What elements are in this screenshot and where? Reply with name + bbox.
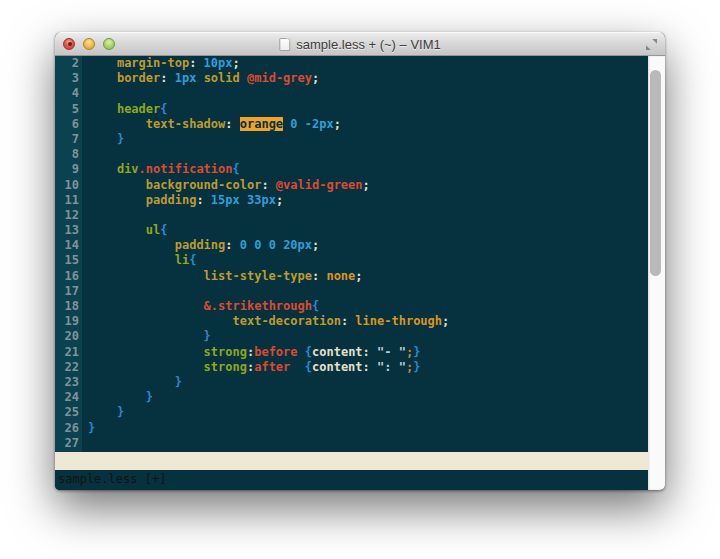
search-highlight: orange xyxy=(240,117,283,131)
code-token xyxy=(88,360,204,374)
code-token xyxy=(88,117,146,131)
code-token xyxy=(88,314,233,328)
code-token: { xyxy=(189,253,196,267)
code-token xyxy=(88,56,117,70)
code-line-14: 14 padding: 0 0 0 20px; xyxy=(55,238,648,253)
titlebar[interactable]: sample.less + (~) – VIM1 xyxy=(55,32,665,56)
line-number: 13 xyxy=(55,223,79,238)
code-token xyxy=(88,71,117,85)
line-number: 21 xyxy=(55,345,79,360)
line-number: 17 xyxy=(55,284,79,299)
line-number: 18 xyxy=(55,299,79,314)
code-token: @valid-green xyxy=(276,178,363,192)
code-text xyxy=(79,147,88,162)
code-token: & xyxy=(204,299,211,313)
code-token xyxy=(88,132,117,146)
line-number: 14 xyxy=(55,238,79,253)
code-token: 20px xyxy=(283,238,312,252)
code-token xyxy=(298,117,305,131)
code-text: ul{ xyxy=(79,223,167,238)
line-number: 20 xyxy=(55,329,79,344)
code-token: } xyxy=(204,329,211,343)
line-number: 25 xyxy=(55,405,79,420)
line-number: 19 xyxy=(55,314,79,329)
code-line-27: 27 xyxy=(55,436,648,451)
code-text: margin-top: 10px; xyxy=(79,56,240,71)
code-token xyxy=(240,71,247,85)
code-token: solid xyxy=(204,71,240,85)
close-button[interactable] xyxy=(63,38,75,50)
modified-dot-icon xyxy=(68,42,72,46)
code-text: } xyxy=(79,132,124,147)
code-token xyxy=(88,102,117,116)
code-token: 1px xyxy=(175,71,197,85)
code-token: line-through xyxy=(355,314,442,328)
code-token xyxy=(88,253,175,267)
code-token: { xyxy=(160,102,167,116)
code-text: strong:before {content: "- ";} xyxy=(79,345,420,360)
code-text: text-decoration: line-through; xyxy=(79,314,449,329)
code-token: background-color xyxy=(146,178,262,192)
zoom-button[interactable] xyxy=(103,38,115,50)
code-token: } xyxy=(117,132,124,146)
code-token: -2px xyxy=(305,117,334,131)
code-token: text-shadow xyxy=(146,117,225,131)
code-line-3: 3 border: 1px solid @mid-grey; xyxy=(55,71,648,86)
code-text: div.notification{ xyxy=(79,162,240,177)
code-token: ; xyxy=(442,314,449,328)
code-text: } xyxy=(79,390,153,405)
code-line-25: 25 } xyxy=(55,405,648,420)
fullscreen-icon[interactable] xyxy=(645,37,658,50)
code-token xyxy=(88,178,146,192)
vim-window: sample.less + (~) – VIM1 2 margin-top: 1… xyxy=(55,32,665,490)
line-number: 3 xyxy=(55,71,79,86)
code-token: 15px xyxy=(211,193,240,207)
code-line-11: 11 padding: 15px 33px; xyxy=(55,193,648,208)
scrollbar[interactable] xyxy=(648,56,665,490)
code-token xyxy=(88,390,146,404)
code-token: : xyxy=(196,193,210,207)
code-text: text-shadow: orange 0 -2px; xyxy=(79,117,341,132)
code-token: { xyxy=(305,345,312,359)
code-line-18: 18 &.strikethrough{ xyxy=(55,299,648,314)
line-number: 24 xyxy=(55,390,79,405)
line-number: 4 xyxy=(55,86,79,101)
code-token: : xyxy=(189,56,203,70)
code-token: 0 xyxy=(240,238,247,252)
code-token: } xyxy=(413,360,420,374)
line-number: 22 xyxy=(55,360,79,375)
code-line-13: 13 ul{ xyxy=(55,223,648,238)
statusline: sample.less [+] 3,33 Bot xyxy=(55,452,648,470)
code-text: } xyxy=(79,421,95,436)
code-token: before xyxy=(254,345,297,359)
code-line-10: 10 background-color: @valid-green; xyxy=(55,178,648,193)
code-token: "- " xyxy=(377,345,406,359)
code-token: { xyxy=(305,360,312,374)
code-token: div xyxy=(117,162,139,176)
line-number: 7 xyxy=(55,132,79,147)
code-token: : xyxy=(363,360,377,374)
code-token: content xyxy=(312,360,363,374)
code-token: after xyxy=(254,360,290,374)
code-token: : xyxy=(363,345,377,359)
code-token xyxy=(240,193,247,207)
code-token xyxy=(88,375,175,389)
line-number: 11 xyxy=(55,193,79,208)
code-text: } xyxy=(79,375,182,390)
code-text: &.strikethrough{ xyxy=(79,299,319,314)
code-token: ; xyxy=(233,56,240,70)
editor-pane[interactable]: 2 margin-top: 10px;3 border: 1px solid @… xyxy=(55,56,648,490)
code-text: list-style-type: none; xyxy=(79,269,363,284)
code-token xyxy=(88,269,204,283)
title-area: sample.less + (~) – VIM1 xyxy=(279,32,441,56)
code-token: margin-top xyxy=(117,56,189,70)
code-area[interactable]: 2 margin-top: 10px;3 border: 1px solid @… xyxy=(55,56,648,452)
code-token: .strikethrough xyxy=(211,299,312,313)
code-line-2: 2 margin-top: 10px; xyxy=(55,56,648,71)
scrollbar-thumb[interactable] xyxy=(650,70,661,276)
line-number: 15 xyxy=(55,253,79,268)
code-token xyxy=(88,299,204,313)
minimize-button[interactable] xyxy=(83,38,95,50)
code-token: { xyxy=(233,162,240,176)
code-token: ; xyxy=(334,117,341,131)
